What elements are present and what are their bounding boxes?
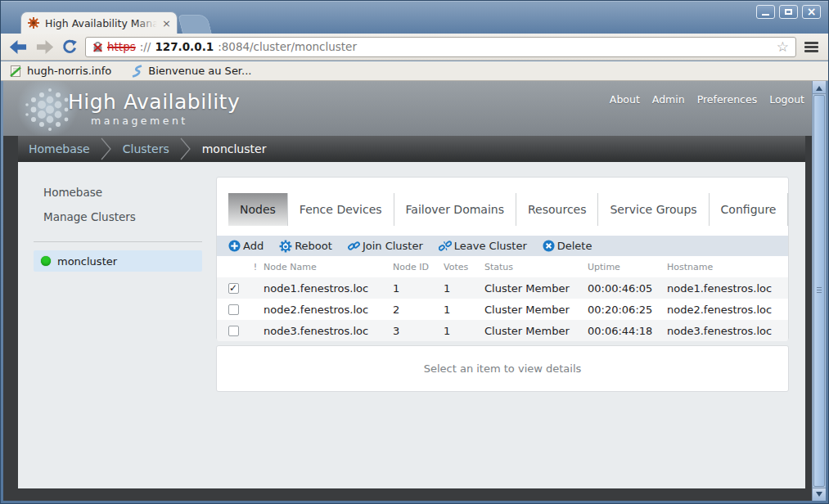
- scroll-down-button[interactable]: [813, 488, 826, 501]
- cell-uptime: 00:06:44:18: [588, 325, 667, 337]
- url-bar[interactable]: https://127.0.0.1:8084/cluster/moncluste…: [85, 37, 796, 57]
- details-placeholder: Select an item to view details: [424, 362, 582, 375]
- tab-nodes[interactable]: Nodes: [228, 193, 288, 226]
- breadcrumb-clusters[interactable]: Clusters: [112, 142, 180, 155]
- cell-uptime: 00:20:06:25: [588, 304, 667, 316]
- tab-title: High Availability Manag: [45, 17, 157, 29]
- s-flash-icon: [131, 65, 143, 78]
- cell-votes: 1: [444, 304, 484, 316]
- sidebar-item-moncluster[interactable]: moncluster: [34, 250, 202, 272]
- url-path: :8084/cluster/moncluster: [218, 40, 357, 53]
- site-subtitle: management: [91, 115, 188, 127]
- nav-admin-link[interactable]: Admin: [652, 93, 685, 106]
- cell-node-id: 2: [393, 304, 444, 316]
- reboot-label: Reboot: [295, 240, 332, 252]
- scrollbar-grip-icon: [817, 286, 822, 295]
- leave-cluster-label: Leave Cluster: [454, 240, 527, 252]
- back-button[interactable]: [9, 40, 28, 54]
- join-cluster-icon: [348, 240, 360, 252]
- window-controls: ×: [756, 5, 821, 19]
- header-node-id: Node ID: [393, 262, 444, 272]
- cell-status: Cluster Member: [484, 282, 588, 295]
- scrollbar-thumb[interactable]: [813, 95, 825, 487]
- row-checkbox[interactable]: ✓: [228, 304, 239, 315]
- table-row[interactable]: ✓ node2.fenestros.loc 2 1 Cluster Member…: [217, 299, 788, 320]
- leave-cluster-button[interactable]: Leave Cluster: [439, 240, 527, 252]
- cell-node-name[interactable]: node2.fenestros.loc: [264, 304, 393, 316]
- note-pencil-icon: [9, 65, 22, 78]
- delete-label: Delete: [557, 240, 592, 252]
- cell-uptime: 00:00:46:05: [588, 282, 667, 295]
- tab-fence-devices[interactable]: Fence Devices: [288, 193, 394, 226]
- content-area: Homebase Manage Clusters moncluster Node…: [18, 162, 805, 488]
- page-scrollbar[interactable]: [812, 81, 826, 501]
- luci-page: High Availability management About Admin…: [3, 81, 812, 501]
- bookmark-label: hugh-norris.info: [27, 65, 111, 77]
- tab-resources[interactable]: Resources: [516, 193, 599, 226]
- browser-menu-icon[interactable]: [804, 40, 820, 54]
- url-scheme: https: [107, 40, 136, 53]
- nav-preferences-link[interactable]: Preferences: [697, 93, 758, 106]
- tab-bar: Nodes Fence Devices Failover Domains Res…: [228, 193, 788, 226]
- reboot-button[interactable]: Reboot: [279, 240, 332, 253]
- nav-logout-link[interactable]: Logout: [769, 93, 804, 106]
- add-button[interactable]: Add: [228, 240, 264, 252]
- bookmarks-bar: hugh-norris.info Bienvenue au Ser...: [1, 61, 828, 81]
- minimize-button[interactable]: [756, 5, 775, 19]
- sidebar-item-manage-clusters[interactable]: Manage Clusters: [43, 210, 136, 223]
- add-icon: [228, 240, 241, 252]
- cluster-online-status-icon: [41, 256, 51, 266]
- page-viewport: High Availability management About Admin…: [3, 81, 826, 501]
- check-icon: ✓: [229, 282, 237, 294]
- delete-button[interactable]: Delete: [543, 240, 592, 252]
- tab-configure[interactable]: Configure: [710, 193, 789, 226]
- nav-about-link[interactable]: About: [610, 93, 640, 106]
- tab-close-icon[interactable]: ×: [162, 18, 171, 29]
- join-cluster-label: Join Cluster: [363, 240, 423, 252]
- sidebar-item-homebase[interactable]: Homebase: [43, 186, 102, 199]
- header-votes: Votes: [444, 262, 484, 272]
- join-cluster-button[interactable]: Join Cluster: [348, 240, 423, 252]
- browser-window: High Availability Manag × × https:: [0, 0, 829, 504]
- breadcrumb-current: moncluster: [191, 142, 277, 155]
- bookmark-star-icon[interactable]: ☆: [777, 40, 789, 54]
- cell-node-name[interactable]: node1.fenestros.loc: [264, 282, 393, 295]
- table-row[interactable]: ✓ node1.fenestros.loc 1 1 Cluster Member…: [217, 277, 788, 299]
- bookmark-bienvenue[interactable]: Bienvenue au Ser...: [131, 65, 251, 78]
- site-title: High Availability: [68, 90, 240, 114]
- sidebar-divider: [34, 241, 202, 242]
- header-uptime: Uptime: [588, 262, 667, 272]
- row-checkbox[interactable]: ✓: [228, 283, 239, 294]
- table-row[interactable]: ✓ node3.fenestros.loc 3 1 Cluster Member…: [217, 320, 788, 341]
- maximize-icon: [785, 9, 792, 15]
- reload-button[interactable]: [61, 38, 78, 55]
- details-panel: Select an item to view details: [216, 345, 789, 392]
- browser-tab[interactable]: High Availability Manag ×: [20, 11, 178, 34]
- site-header: High Availability management About Admin…: [3, 81, 812, 136]
- close-button[interactable]: ×: [802, 5, 821, 19]
- tab-service-groups[interactable]: Service Groups: [598, 193, 709, 226]
- cell-node-id: 3: [393, 325, 444, 337]
- scroll-up-button[interactable]: [813, 81, 826, 94]
- close-icon: ×: [807, 6, 817, 17]
- cell-votes: 1: [444, 325, 484, 337]
- chevron-right-icon: [101, 137, 112, 161]
- breadcrumb-homebase[interactable]: Homebase: [18, 142, 101, 155]
- ha-cluster-logo-icon: [25, 85, 72, 134]
- cell-node-name[interactable]: node3.fenestros.loc: [264, 325, 393, 337]
- new-tab-button[interactable]: [178, 15, 212, 34]
- minimize-icon: [762, 14, 769, 16]
- tab-failover-domains[interactable]: Failover Domains: [394, 193, 516, 226]
- table-header-row: ! Node Name Node ID Votes Status Uptime …: [217, 257, 788, 277]
- header-hostname: Hostname: [667, 262, 788, 272]
- chevron-right-icon: [180, 137, 191, 161]
- cell-votes: 1: [444, 282, 484, 295]
- titlebar[interactable]: High Availability Manag × ×: [1, 1, 828, 34]
- cell-status: Cluster Member: [484, 304, 588, 316]
- cell-node-id: 1: [393, 282, 444, 295]
- url-host: 127.0.0.1: [155, 40, 214, 53]
- forward-button[interactable]: [35, 40, 54, 54]
- maximize-button[interactable]: [779, 5, 798, 19]
- bookmark-hugh-norris[interactable]: hugh-norris.info: [9, 65, 111, 78]
- row-checkbox[interactable]: ✓: [228, 326, 239, 336]
